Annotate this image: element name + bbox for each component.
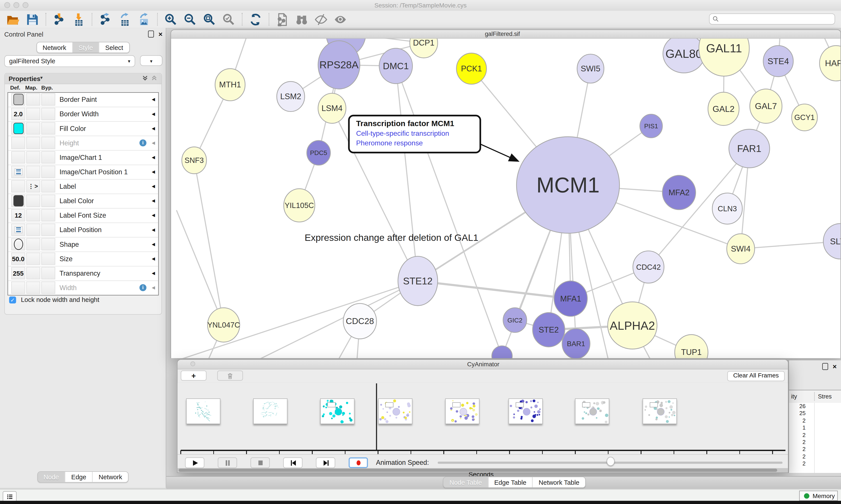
expand-property-icon[interactable]: ◀ [152, 227, 155, 232]
add-frame-button[interactable]: + [181, 371, 207, 381]
property-row[interactable]: ⋮>Label◀ [8, 180, 158, 194]
scrollbar-thumb[interactable] [179, 469, 777, 472]
bypass-cell[interactable] [41, 252, 55, 265]
bypass-cell[interactable] [41, 195, 55, 207]
column-centrality[interactable]: ity [791, 393, 797, 399]
bypass-cell[interactable] [41, 238, 55, 250]
frame-thumbnail-4s[interactable] [445, 398, 480, 424]
table-row[interactable]: 2 [789, 417, 841, 424]
network-node-node-bottom[interactable] [492, 346, 512, 358]
frame-thumbnail-0s[interactable] [186, 398, 220, 424]
export-table-icon[interactable] [118, 13, 131, 26]
tab-edge-table[interactable]: Edge Table [488, 477, 532, 488]
hide-graphics-icon[interactable] [314, 13, 328, 26]
network-node-SLT2[interactable]: SLT2 [823, 223, 840, 259]
mapping-cell[interactable] [26, 151, 40, 164]
bypass-cell[interactable] [41, 122, 55, 134]
refresh-icon[interactable] [249, 13, 262, 26]
network-node-GIC2[interactable]: GIC2 [503, 308, 527, 332]
play-button[interactable] [185, 457, 204, 468]
property-row[interactable]: Border Paint◀ [8, 93, 158, 107]
network-node-STE4[interactable]: STE4 [763, 46, 793, 77]
table-row[interactable]: 26 [789, 403, 841, 410]
expand-property-icon[interactable]: ◀ [152, 184, 155, 189]
mapping-cell[interactable] [26, 108, 40, 120]
clear-all-frames-button[interactable]: Clear All Frames [727, 371, 785, 381]
mapping-cell[interactable] [26, 122, 40, 134]
default-cell[interactable] [11, 137, 25, 149]
default-cell[interactable]: 12 [11, 209, 25, 221]
stop-button[interactable] [251, 457, 270, 468]
network-node-STE12[interactable]: STE12 [398, 256, 437, 306]
float-table-icon[interactable] [822, 363, 828, 370]
frame-thumbnail-7s[interactable] [643, 398, 677, 424]
network-file-icon[interactable] [276, 13, 289, 26]
network-node-MCM1[interactable]: MCM1 [516, 137, 619, 233]
mapping-cell[interactable] [26, 209, 40, 221]
bypass-cell[interactable] [41, 180, 55, 193]
column-stress[interactable]: Stres [818, 393, 832, 399]
table-row[interactable]: 2 [789, 453, 841, 460]
expand-property-icon[interactable]: ◀ [152, 256, 155, 261]
mapping-cell[interactable] [26, 93, 40, 106]
network-node-GAL11[interactable]: GAL11 [699, 38, 749, 76]
tab-style[interactable]: Style [72, 42, 99, 53]
zoom-selected-icon[interactable] [222, 13, 235, 26]
binoculars-icon[interactable] [295, 13, 308, 26]
position-icon[interactable] [14, 168, 22, 175]
frame-thumbnail-3s[interactable] [378, 398, 413, 424]
network-node-DMC1[interactable]: DMC1 [379, 48, 412, 84]
default-cell[interactable] [11, 93, 25, 106]
bypass-cell[interactable] [41, 151, 55, 164]
default-cell[interactable]: 255 [11, 267, 25, 280]
mapping-cell[interactable] [26, 195, 40, 207]
default-cell[interactable]: 50.0 [11, 252, 25, 265]
table-column-headers[interactable]: ity Stres [789, 390, 841, 403]
search-field[interactable] [709, 13, 835, 24]
table-row[interactable]: 2 [789, 460, 841, 467]
property-row[interactable]: Heighti◀ [8, 136, 158, 151]
network-node-CDC28[interactable]: CDC28 [343, 303, 376, 339]
network-node-SNF3[interactable]: SNF3 [182, 147, 207, 174]
network-node-RPS28A[interactable]: RPS28A [318, 41, 360, 89]
open-folder-icon[interactable] [6, 13, 20, 26]
frame-thumbnail-1s[interactable] [253, 398, 288, 424]
expand-property-icon[interactable]: ◀ [152, 242, 155, 247]
lock-size-checkbox[interactable]: ✓ [9, 296, 16, 303]
network-node-FAR1[interactable]: FAR1 [729, 129, 770, 168]
frame-thumbnail-5s[interactable] [508, 398, 543, 424]
expand-property-icon[interactable]: ◀ [152, 169, 155, 174]
export-network-icon[interactable] [99, 13, 112, 26]
close-window-icon[interactable] [178, 32, 182, 36]
default-value[interactable]: 255 [13, 270, 24, 277]
pause-button[interactable] [218, 457, 237, 468]
expand-property-icon[interactable]: ◀ [152, 155, 155, 160]
properties-header[interactable]: Properties ▾ [5, 74, 161, 84]
frame-thumbnail-6s[interactable] [575, 398, 609, 424]
window-zoom-icon[interactable] [22, 2, 29, 8]
expand-property-icon[interactable]: ◀ [152, 97, 155, 102]
expand-property-icon[interactable]: ◀ [152, 141, 155, 145]
property-row[interactable]: 50.0Size◀ [8, 252, 158, 267]
network-node-BAR1[interactable]: BAR1 [562, 329, 590, 358]
cyanimator-titlebar[interactable]: CyAnimator [178, 360, 788, 370]
network-node-GAL7[interactable]: GAL7 [750, 89, 782, 124]
zoom-window-icon[interactable] [193, 32, 197, 36]
tab-network[interactable]: Network [37, 42, 72, 53]
info-icon[interactable]: i [140, 284, 146, 291]
zoom-window-icon[interactable] [198, 361, 203, 366]
property-row[interactable]: Image/Chart 1◀ [8, 151, 158, 165]
table-row[interactable]: 2 [789, 446, 841, 453]
network-canvas[interactable]: DCP1RPS28ADMC1PCK1SWI5GAL80GAL11STE4HAP2… [171, 38, 840, 358]
import-table-icon[interactable] [72, 13, 85, 26]
save-icon[interactable] [26, 13, 39, 26]
network-node-GAL2[interactable]: GAL2 [708, 92, 739, 125]
mapping-cell[interactable] [26, 238, 40, 250]
tab-node[interactable]: Node [38, 472, 65, 482]
skip-end-button[interactable] [316, 457, 335, 468]
property-row[interactable]: Label Color◀ [8, 194, 158, 209]
float-panel-icon[interactable] [148, 31, 154, 38]
bypass-cell[interactable] [41, 166, 55, 178]
mapping-cell[interactable] [26, 166, 40, 178]
network-node-PIS1[interactable]: PIS1 [640, 114, 662, 138]
